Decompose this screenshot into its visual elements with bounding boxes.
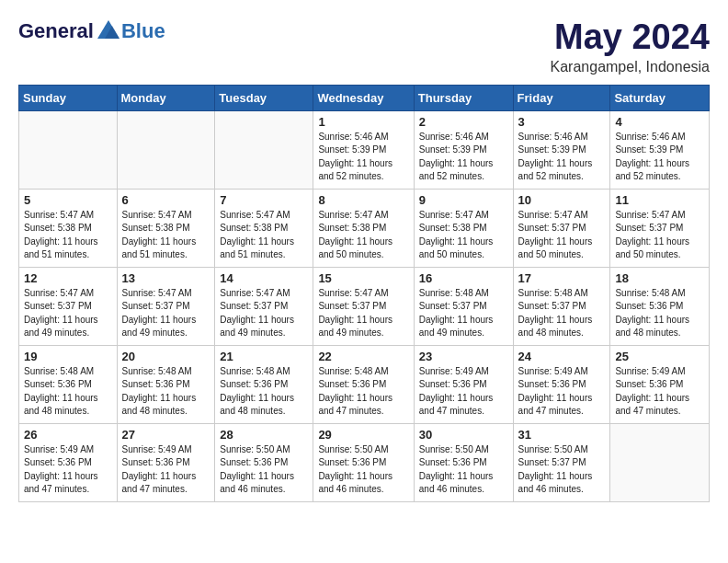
day-cell: 10Sunrise: 5:47 AM Sunset: 5:37 PM Dayli… bbox=[513, 189, 610, 267]
day-cell: 19Sunrise: 5:48 AM Sunset: 5:36 PM Dayli… bbox=[19, 345, 118, 423]
day-number: 15 bbox=[318, 271, 408, 285]
day-number: 23 bbox=[419, 350, 508, 363]
day-number: 5 bbox=[24, 193, 112, 207]
day-info: Sunrise: 5:47 AM Sunset: 5:37 PM Dayligh… bbox=[122, 287, 210, 340]
day-cell: 17Sunrise: 5:48 AM Sunset: 5:37 PM Dayli… bbox=[513, 267, 610, 345]
day-cell: 11Sunrise: 5:47 AM Sunset: 5:37 PM Dayli… bbox=[610, 189, 710, 267]
day-cell: 28Sunrise: 5:50 AM Sunset: 5:36 PM Dayli… bbox=[215, 423, 313, 501]
day-number: 11 bbox=[615, 193, 704, 207]
day-number: 8 bbox=[318, 193, 408, 207]
location-text: Karangampel, Indonesia bbox=[551, 59, 710, 75]
day-info: Sunrise: 5:50 AM Sunset: 5:37 PM Dayligh… bbox=[518, 443, 606, 497]
weekday-header-friday: Friday bbox=[513, 85, 610, 110]
day-number: 2 bbox=[419, 115, 508, 129]
calendar-table: SundayMondayTuesdayWednesdayThursdayFrid… bbox=[18, 85, 710, 502]
day-info: Sunrise: 5:47 AM Sunset: 5:38 PM Dayligh… bbox=[419, 209, 508, 262]
day-cell: 26Sunrise: 5:49 AM Sunset: 5:36 PM Dayli… bbox=[19, 423, 118, 501]
day-info: Sunrise: 5:47 AM Sunset: 5:37 PM Dayligh… bbox=[318, 287, 408, 340]
day-number: 27 bbox=[122, 428, 210, 442]
week-row-3: 12Sunrise: 5:47 AM Sunset: 5:37 PM Dayli… bbox=[19, 267, 710, 345]
day-cell: 31Sunrise: 5:50 AM Sunset: 5:37 PM Dayli… bbox=[513, 423, 610, 501]
week-row-1: 1Sunrise: 5:46 AM Sunset: 5:39 PM Daylig… bbox=[19, 110, 710, 189]
day-number: 4 bbox=[615, 115, 704, 129]
day-info: Sunrise: 5:46 AM Sunset: 5:39 PM Dayligh… bbox=[615, 131, 704, 184]
day-info: Sunrise: 5:49 AM Sunset: 5:36 PM Dayligh… bbox=[615, 365, 704, 419]
week-row-5: 26Sunrise: 5:49 AM Sunset: 5:36 PM Dayli… bbox=[19, 423, 710, 501]
day-info: Sunrise: 5:48 AM Sunset: 5:36 PM Dayligh… bbox=[24, 365, 112, 419]
weekday-header-monday: Monday bbox=[117, 85, 215, 110]
day-number: 1 bbox=[318, 115, 408, 129]
day-cell: 30Sunrise: 5:50 AM Sunset: 5:36 PM Dayli… bbox=[414, 423, 513, 501]
day-cell: 20Sunrise: 5:48 AM Sunset: 5:36 PM Dayli… bbox=[117, 345, 215, 423]
day-cell: 9Sunrise: 5:47 AM Sunset: 5:38 PM Daylig… bbox=[414, 189, 513, 267]
weekday-header-thursday: Thursday bbox=[414, 85, 513, 110]
day-number: 17 bbox=[518, 271, 606, 285]
day-cell: 4Sunrise: 5:46 AM Sunset: 5:39 PM Daylig… bbox=[610, 110, 710, 189]
day-info: Sunrise: 5:49 AM Sunset: 5:36 PM Dayligh… bbox=[24, 443, 112, 497]
day-info: Sunrise: 5:50 AM Sunset: 5:36 PM Dayligh… bbox=[419, 443, 508, 497]
day-number: 21 bbox=[220, 350, 308, 363]
day-cell bbox=[19, 110, 118, 189]
day-number: 16 bbox=[419, 271, 508, 285]
logo: General Blue bbox=[18, 18, 165, 44]
day-cell: 21Sunrise: 5:48 AM Sunset: 5:36 PM Dayli… bbox=[215, 345, 313, 423]
day-info: Sunrise: 5:46 AM Sunset: 5:39 PM Dayligh… bbox=[518, 131, 606, 184]
day-info: Sunrise: 5:47 AM Sunset: 5:38 PM Dayligh… bbox=[318, 209, 408, 262]
day-number: 30 bbox=[419, 428, 508, 442]
day-cell: 24Sunrise: 5:49 AM Sunset: 5:36 PM Dayli… bbox=[513, 345, 610, 423]
day-cell: 13Sunrise: 5:47 AM Sunset: 5:37 PM Dayli… bbox=[117, 267, 215, 345]
day-cell: 22Sunrise: 5:48 AM Sunset: 5:36 PM Dayli… bbox=[313, 345, 414, 423]
day-number: 31 bbox=[518, 428, 606, 442]
day-info: Sunrise: 5:49 AM Sunset: 5:36 PM Dayligh… bbox=[419, 365, 508, 419]
day-number: 19 bbox=[24, 350, 112, 363]
day-info: Sunrise: 5:48 AM Sunset: 5:36 PM Dayligh… bbox=[318, 365, 408, 419]
day-cell: 18Sunrise: 5:48 AM Sunset: 5:36 PM Dayli… bbox=[610, 267, 710, 345]
day-cell: 23Sunrise: 5:49 AM Sunset: 5:36 PM Dayli… bbox=[414, 345, 513, 423]
day-number: 6 bbox=[122, 193, 210, 207]
day-number: 9 bbox=[419, 193, 508, 207]
logo-general-text: General bbox=[18, 19, 94, 43]
weekday-header-saturday: Saturday bbox=[610, 85, 710, 110]
day-cell: 7Sunrise: 5:47 AM Sunset: 5:38 PM Daylig… bbox=[215, 189, 313, 267]
day-number: 22 bbox=[318, 350, 408, 363]
day-number: 14 bbox=[220, 271, 308, 285]
day-number: 18 bbox=[615, 271, 704, 285]
day-number: 20 bbox=[122, 350, 210, 363]
logo-blue-text: Blue bbox=[121, 19, 165, 43]
day-info: Sunrise: 5:48 AM Sunset: 5:37 PM Dayligh… bbox=[419, 287, 508, 340]
day-cell: 27Sunrise: 5:49 AM Sunset: 5:36 PM Dayli… bbox=[117, 423, 215, 501]
weekday-header-row: SundayMondayTuesdayWednesdayThursdayFrid… bbox=[19, 85, 710, 110]
day-info: Sunrise: 5:48 AM Sunset: 5:36 PM Dayligh… bbox=[615, 287, 704, 340]
weekday-header-tuesday: Tuesday bbox=[215, 85, 313, 110]
day-info: Sunrise: 5:49 AM Sunset: 5:36 PM Dayligh… bbox=[518, 365, 606, 419]
day-cell: 25Sunrise: 5:49 AM Sunset: 5:36 PM Dayli… bbox=[610, 345, 710, 423]
day-cell: 5Sunrise: 5:47 AM Sunset: 5:38 PM Daylig… bbox=[19, 189, 118, 267]
day-info: Sunrise: 5:47 AM Sunset: 5:38 PM Dayligh… bbox=[220, 209, 308, 262]
day-number: 3 bbox=[518, 115, 606, 129]
day-info: Sunrise: 5:48 AM Sunset: 5:37 PM Dayligh… bbox=[518, 287, 606, 340]
weekday-header-wednesday: Wednesday bbox=[313, 85, 414, 110]
day-info: Sunrise: 5:47 AM Sunset: 5:38 PM Dayligh… bbox=[122, 209, 210, 262]
weekday-header-sunday: Sunday bbox=[19, 85, 118, 110]
day-cell bbox=[215, 110, 313, 189]
day-cell bbox=[117, 110, 215, 189]
title-block: May 2024 Karangampel, Indonesia bbox=[551, 18, 710, 75]
day-info: Sunrise: 5:48 AM Sunset: 5:36 PM Dayligh… bbox=[122, 365, 210, 419]
page-header: General Blue May 2024 Karangampel, Indon… bbox=[18, 18, 710, 75]
day-info: Sunrise: 5:47 AM Sunset: 5:37 PM Dayligh… bbox=[220, 287, 308, 340]
day-cell: 12Sunrise: 5:47 AM Sunset: 5:37 PM Dayli… bbox=[19, 267, 118, 345]
day-cell: 8Sunrise: 5:47 AM Sunset: 5:38 PM Daylig… bbox=[313, 189, 414, 267]
day-cell: 2Sunrise: 5:46 AM Sunset: 5:39 PM Daylig… bbox=[414, 110, 513, 189]
day-number: 13 bbox=[122, 271, 210, 285]
day-number: 12 bbox=[24, 271, 112, 285]
day-info: Sunrise: 5:46 AM Sunset: 5:39 PM Dayligh… bbox=[318, 131, 408, 184]
day-info: Sunrise: 5:46 AM Sunset: 5:39 PM Dayligh… bbox=[419, 131, 508, 184]
day-info: Sunrise: 5:47 AM Sunset: 5:38 PM Dayligh… bbox=[24, 209, 112, 262]
week-row-2: 5Sunrise: 5:47 AM Sunset: 5:38 PM Daylig… bbox=[19, 189, 710, 267]
week-row-4: 19Sunrise: 5:48 AM Sunset: 5:36 PM Dayli… bbox=[19, 345, 710, 423]
day-info: Sunrise: 5:47 AM Sunset: 5:37 PM Dayligh… bbox=[615, 209, 704, 262]
day-info: Sunrise: 5:50 AM Sunset: 5:36 PM Dayligh… bbox=[318, 443, 408, 497]
day-info: Sunrise: 5:50 AM Sunset: 5:36 PM Dayligh… bbox=[220, 443, 308, 497]
day-cell: 15Sunrise: 5:47 AM Sunset: 5:37 PM Dayli… bbox=[313, 267, 414, 345]
day-cell: 3Sunrise: 5:46 AM Sunset: 5:39 PM Daylig… bbox=[513, 110, 610, 189]
